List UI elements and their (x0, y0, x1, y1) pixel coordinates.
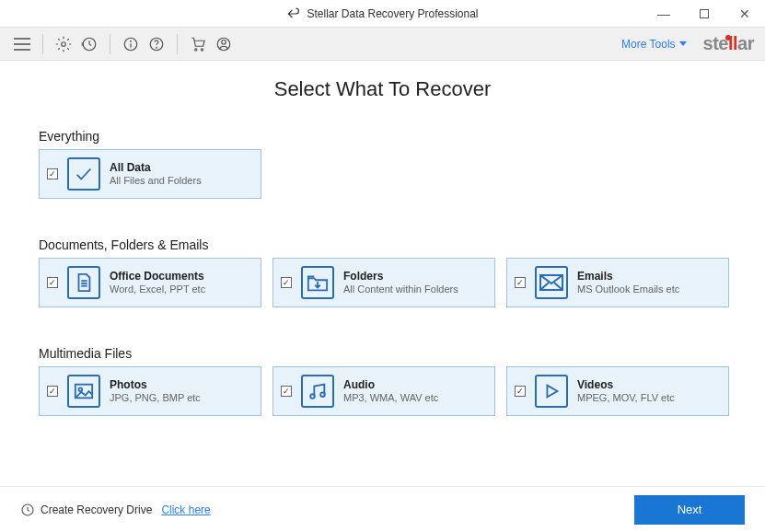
back-icon (286, 7, 299, 20)
checkbox-photos[interactable]: ✓ (47, 386, 58, 397)
svg-rect-0 (701, 10, 709, 18)
svg-line-22 (554, 283, 562, 290)
help-button[interactable] (145, 33, 168, 55)
more-tools-button[interactable]: More Tools (621, 38, 686, 51)
video-icon (535, 375, 568, 408)
card-emails[interactable]: ✓ EmailsMS Outlook Emails etc (506, 258, 729, 307)
svg-marker-15 (679, 41, 687, 46)
history-button[interactable] (78, 33, 100, 55)
email-icon (535, 266, 568, 299)
svg-point-12 (201, 48, 203, 50)
section-label-multimedia: Multimedia Files (39, 346, 726, 361)
maximize-button[interactable] (684, 0, 724, 28)
document-icon (67, 266, 100, 299)
card-all-data[interactable]: ✓ All DataAll Files and Folders (39, 149, 261, 199)
info-button[interactable] (120, 33, 142, 55)
svg-point-14 (222, 40, 226, 44)
brand-logo: stellar (703, 33, 754, 54)
next-button[interactable]: Next (634, 495, 745, 525)
user-button[interactable] (213, 33, 235, 55)
svg-point-8 (131, 40, 132, 41)
svg-marker-27 (547, 386, 557, 398)
svg-point-25 (310, 394, 315, 399)
photo-icon (67, 375, 100, 408)
svg-point-10 (156, 47, 157, 48)
footer: Create Recovery Drive Click here Next (0, 486, 765, 532)
svg-line-21 (540, 283, 549, 290)
recovery-drive-link[interactable]: Click here (161, 503, 210, 516)
svg-point-26 (320, 392, 325, 397)
card-audio[interactable]: ✓ AudioMP3, WMA, WAV etc (272, 366, 495, 416)
close-button[interactable]: ✕ (724, 0, 765, 28)
card-photos[interactable]: ✓ PhotosJPG, PNG, BMP etc (39, 366, 261, 416)
chevron-down-icon (679, 41, 687, 46)
minimize-button[interactable]: — (643, 0, 684, 28)
recovery-drive-label: Create Recovery Drive (41, 503, 152, 516)
menu-button[interactable] (11, 33, 33, 55)
titlebar: Stellar Data Recovery Professional — ✕ (0, 0, 765, 28)
card-office-documents[interactable]: ✓ Office DocumentsWord, Excel, PPT etc (39, 258, 261, 307)
audio-icon (301, 375, 334, 408)
checkbox-audio[interactable]: ✓ (281, 386, 292, 397)
folder-icon (301, 266, 334, 299)
cart-button[interactable] (187, 33, 209, 55)
window-title: Stellar Data Recovery Professional (307, 7, 478, 20)
svg-point-24 (79, 387, 83, 391)
card-videos[interactable]: ✓ VideosMPEG, MOV, FLV etc (506, 366, 729, 416)
svg-point-4 (62, 41, 66, 46)
page-title: Select What To Recover (39, 77, 726, 101)
checkbox-videos[interactable]: ✓ (515, 386, 526, 397)
checkbox-folders[interactable]: ✓ (281, 277, 292, 288)
checkbox-emails[interactable]: ✓ (515, 277, 526, 288)
checkbox-all-data[interactable]: ✓ (47, 168, 58, 179)
svg-point-11 (195, 48, 197, 50)
section-label-documents: Documents, Folders & Emails (39, 237, 726, 252)
check-icon (67, 157, 100, 191)
section-label-everything: Everything (39, 129, 726, 144)
checkbox-office-documents[interactable]: ✓ (47, 277, 58, 288)
toolbar: More Tools stellar (0, 28, 765, 61)
recovery-drive-icon (20, 503, 35, 517)
settings-button[interactable] (52, 33, 75, 55)
card-folders[interactable]: ✓ FoldersAll Content within Folders (272, 258, 495, 307)
